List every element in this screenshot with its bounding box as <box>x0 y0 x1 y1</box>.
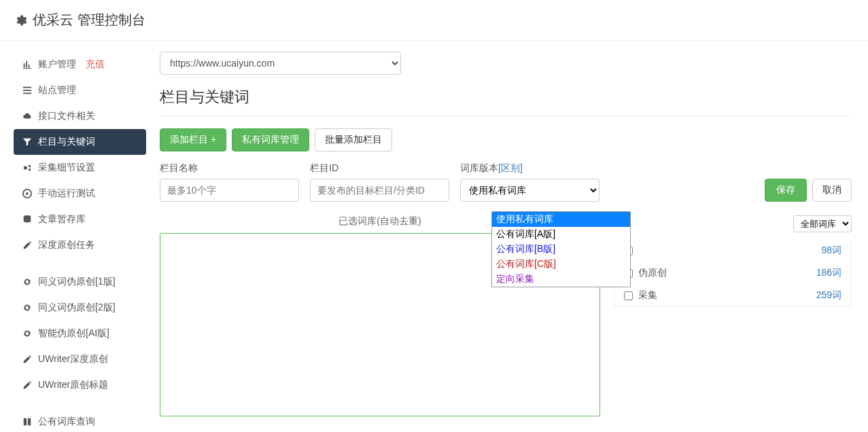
sidebar-item-label: 站点管理 <box>38 84 76 96</box>
dict-list: 98词 伪原创 186词 采集 259词 <box>614 239 852 307</box>
dict-filter-select[interactable]: 全部词库 <box>793 215 852 232</box>
dict-row[interactable]: 98词 <box>614 239 851 262</box>
sidebar-item-api-files[interactable]: 接口文件相关 <box>14 103 146 129</box>
gear-icon <box>14 14 27 27</box>
dict-checkbox[interactable] <box>624 291 633 300</box>
dropdown-option[interactable]: 公有词库[B版] <box>492 242 630 257</box>
sidebar-item-manual-run[interactable]: 手动运行测试 <box>14 181 146 206</box>
edit-icon <box>22 354 33 365</box>
column-name-label: 栏目名称 <box>160 162 299 175</box>
sidebar-item-label: UWriter深度原创 <box>38 353 108 365</box>
dropdown-option[interactable]: 定向采集 <box>492 272 630 287</box>
page-header-title: 优采云 管理控制台 <box>33 11 145 29</box>
sidebar-item-label: 同义词伪原创[2版] <box>38 302 116 314</box>
dict-version-dropdown[interactable]: 使用私有词库 公有词库[A版] 公有词库[B版] 公有词库[C版] 定向采集 <box>491 211 631 287</box>
sidebar-item-label: 账户管理 <box>38 58 76 71</box>
sidebar-item-label: UWriter原创标题 <box>38 379 108 391</box>
edit-icon <box>22 240 33 251</box>
private-dict-manage-button[interactable]: 私有词库管理 <box>232 128 309 151</box>
form-row: 栏目名称 栏目ID 词库版本[区别] 使用私有词库 保存 <box>160 162 852 202</box>
dropdown-option[interactable]: 使用私有词库 <box>492 212 630 227</box>
sidebar-item-label: 深度原创任务 <box>38 239 95 251</box>
svg-point-0 <box>24 166 27 169</box>
dict-version-select[interactable]: 使用私有词库 <box>460 179 600 202</box>
sidebar-item-account[interactable]: 账户管理 充值 <box>14 52 146 77</box>
sidebar-item-label: 手动运行测试 <box>38 187 95 200</box>
dict-row-label: 伪原创 <box>638 267 667 279</box>
sidebar-item-sites[interactable]: 站点管理 <box>14 77 146 103</box>
dropdown-option[interactable]: 公有词库[C版] <box>492 257 630 272</box>
sidebar-item-synonym-v2[interactable]: 同义词伪原创[2版] <box>14 295 146 321</box>
add-column-button[interactable]: 添加栏目 + <box>160 128 226 151</box>
divider <box>160 115 852 116</box>
sidebar-item-label: 公有词库查询 <box>38 416 95 428</box>
sidebar-item-article-store[interactable]: 文章暂存库 <box>14 206 146 232</box>
field-column-id: 栏目ID <box>310 162 449 202</box>
site-url-select[interactable]: https://www.ucaiyun.com <box>160 52 401 75</box>
column-name-input[interactable] <box>160 179 299 202</box>
diff-link[interactable]: [区别] <box>498 162 523 173</box>
sidebar-item-columns-keywords[interactable]: 栏目与关键词 <box>14 129 146 155</box>
refresh-icon <box>22 328 33 339</box>
dict-row-count[interactable]: 259词 <box>816 289 841 302</box>
dropdown-option[interactable]: 公有词库[A版] <box>492 227 630 242</box>
sidebar-item-label: 文章暂存库 <box>38 213 86 226</box>
batch-add-button[interactable]: 批量添加栏目 <box>315 128 392 151</box>
dict-version-label: 词库版本[区别] <box>460 162 600 175</box>
svg-point-2 <box>29 168 31 171</box>
cancel-button[interactable]: 取消 <box>812 179 852 202</box>
database-icon <box>22 214 33 225</box>
refresh-icon <box>22 276 33 287</box>
sidebar-item-label: 栏目与关键词 <box>38 136 95 148</box>
column-id-input[interactable] <box>310 179 449 202</box>
dict-row[interactable]: 采集 259词 <box>614 284 851 306</box>
refresh-icon <box>22 302 33 313</box>
sidebar-item-uwriter-title[interactable]: UWriter原创标题 <box>14 372 146 398</box>
dict-row[interactable]: 伪原创 186词 <box>614 262 851 284</box>
edit-icon <box>22 380 33 391</box>
save-button[interactable]: 保存 <box>765 179 807 202</box>
sidebar: 账户管理 充值 站点管理 接口文件相关 栏目与关键词 采集细节设置 手动运 <box>0 46 146 432</box>
cloud-icon <box>22 111 33 122</box>
cogs-icon <box>22 162 33 173</box>
page-title: 栏目与关键词 <box>160 87 852 107</box>
sidebar-item-deep-tasks[interactable]: 深度原创任务 <box>14 232 146 258</box>
chart-bar-icon <box>22 59 33 70</box>
column-id-label: 栏目ID <box>310 162 449 175</box>
sidebar-item-synonym-v1[interactable]: 同义词伪原创[1版] <box>14 269 146 295</box>
field-column-name: 栏目名称 <box>160 162 299 202</box>
sidebar-item-uwriter-deep[interactable]: UWriter深度原创 <box>14 346 146 372</box>
field-dict-version: 词库版本[区别] 使用私有词库 <box>460 162 600 202</box>
dict-row-count[interactable]: 98词 <box>821 245 841 257</box>
sidebar-item-label: 智能伪原创[AI版] <box>38 327 109 340</box>
recharge-link[interactable]: 充值 <box>86 58 105 71</box>
svg-point-1 <box>29 165 31 168</box>
filter-icon <box>22 137 33 147</box>
dict-row-label: 采集 <box>638 289 657 302</box>
available-dict-panel: 全部词库 98词 伪原创 186词 <box>614 215 852 416</box>
dict-row-count[interactable]: 186词 <box>816 267 841 279</box>
sidebar-item-label: 同义词伪原创[1版] <box>38 276 116 288</box>
book-icon <box>22 416 33 427</box>
list-icon <box>22 85 33 96</box>
sidebar-item-ai-pseudo[interactable]: 智能伪原创[AI版] <box>14 321 146 346</box>
play-circle-icon <box>22 188 33 199</box>
sidebar-item-public-dict-query[interactable]: 公有词库查询 <box>14 409 146 432</box>
sidebar-item-collect-settings[interactable]: 采集细节设置 <box>14 155 146 181</box>
sidebar-item-label: 接口文件相关 <box>38 110 95 122</box>
page-header: 优采云 管理控制台 <box>0 0 868 41</box>
sidebar-item-label: 采集细节设置 <box>38 162 95 174</box>
action-button-row: 添加栏目 + 私有词库管理 批量添加栏目 <box>160 128 852 151</box>
